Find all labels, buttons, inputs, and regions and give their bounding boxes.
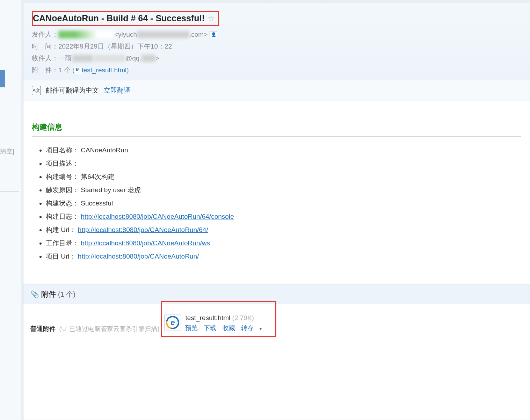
build-item-value: Started by user 老虎 [81,186,141,194]
scan-note: (🛡 已通过电脑管家云查杀引擎扫描) [59,325,161,332]
to-row: 收件人： 一雨 @qq. > [32,52,521,64]
from-name-redacted [58,31,114,38]
translate-bar: A文 邮件可翻译为中文 立即翻译 [23,80,530,101]
chevron-down-icon: ▾ [260,326,262,331]
to-label: 收件人： [32,54,58,63]
build-item-label: 项目名称： [46,146,81,154]
attach-count: 1 个 [58,66,71,75]
file-actions: 预览 下载 收藏 转存 ▾ [185,324,270,332]
build-info-title: 构建信息 [32,122,521,137]
time-label: 时 间： [32,42,58,51]
from-row: 发件人： <yiyuch .com> 👤 [32,29,521,41]
build-item-label: 构建编号： [46,173,81,180]
attachment-title: 附件 [41,289,56,299]
attachment-highlight-box: test_result.html (2.79K) 预览 下载 收藏 转存 ▾ [161,301,276,337]
build-item-link[interactable]: http://localhost:8080/job/CANoeAutoRun/6… [81,213,234,220]
build-list-item: 构建状态： Successful [46,197,521,210]
translate-icon: A文 [32,86,41,95]
build-item-link[interactable]: http://localhost:8080/job/CANoeAutoRun/w… [81,239,210,247]
from-email-post: .com> [189,31,208,38]
time-value: 2022年9月29日（星期四）下午10：22 [58,42,172,51]
from-label: 发件人： [32,30,58,39]
left-sidebar: 清空] [0,0,21,420]
translate-now-link[interactable]: 立即翻译 [104,86,130,95]
sidebar-active-indicator [0,70,5,87]
scan-note-text: 已通过电脑管家云查杀引擎扫描 [69,325,157,332]
to-email-frag: @qq. [125,55,141,62]
attachment-count: (1 个) [58,290,75,299]
attach-paren-close: ) [126,66,129,74]
email-header: CANoeAutoRun - Build # 64 - Successful! … [23,3,530,80]
build-item-link[interactable]: http://localhost:8080/job/CANoeAutoRun/ [78,253,199,260]
to-redacted-2 [94,55,125,62]
transfer-link[interactable]: 转存 ▾ [241,325,266,332]
favorite-link[interactable]: 收藏 [223,325,235,332]
build-list-item: 项目描述： [46,157,521,170]
file-name: test_result.html [185,314,230,321]
paperclip-icon: 📎 [30,290,39,298]
download-link[interactable]: 下载 [204,325,216,332]
build-item-link[interactable]: http://localhost:8080/job/CANoeAutoRun/6… [78,226,208,233]
attach-row: 附 件： 1 个 ( test_result.html ) [32,64,521,80]
to-email-end: > [155,55,159,62]
build-item-value: Successful [81,200,113,207]
preview-link[interactable]: 预览 [185,325,198,332]
time-row: 时 间： 2022年9月29日（星期四）下午10：22 [32,41,521,52]
html-file-icon [164,314,181,331]
attach-file-link[interactable]: test_result.html [81,66,126,74]
build-item-label: 触发原因： [46,186,81,194]
translate-notice: 邮件可翻译为中文 [46,86,99,95]
email-main-panel: CANoeAutoRun - Build # 64 - Successful! … [23,3,530,420]
build-item-value: CANoeAutoRun [81,146,128,154]
build-info-list: 项目名称： CANoeAutoRun项目描述： 构建编号： 第64次构建触发原因… [32,144,521,263]
to-name: 一雨 [58,54,72,63]
build-item-label: 构建状态： [46,200,81,207]
build-list-item: 触发原因： Started by user 老虎 [46,183,521,197]
ie-icon [74,67,81,74]
sidebar-divider [0,191,19,192]
shield-icon: 🛡 [61,325,67,332]
file-info: test_result.html (2.79K) 预览 下载 收藏 转存 ▾ [185,314,270,332]
to-redacted-3 [141,55,155,62]
email-subject-highlight: CANoeAutoRun - Build # 64 - Successful! … [32,11,219,26]
build-item-label: 项目 Url： [46,253,78,260]
attachment-header: 📎 附件 (1 个) [23,284,530,304]
attach-paren-open: ( [71,66,75,74]
to-redacted-1 [72,55,93,62]
normal-attach-label: 普通附件 [30,325,56,332]
build-list-item: 构建 Url： http://localhost:8080/job/CANoeA… [46,223,521,237]
attachment-detail: 普通附件 (🛡 已通过电脑管家云查杀引擎扫描) test_result.html… [23,304,530,344]
build-item-label: 工作目录： [46,239,81,247]
attachment-file-row: test_result.html (2.79K) 预览 下载 收藏 转存 ▾ [164,314,273,332]
build-list-item: 构建日志： http://localhost:8080/job/CANoeAut… [46,210,521,223]
contact-card-icon[interactable]: 👤 [210,31,217,38]
build-item-value: 第64次构建 [81,173,115,180]
sidebar-clear-label[interactable]: 清空] [0,147,14,155]
build-list-item: 项目名称： CANoeAutoRun [46,144,521,157]
star-icon[interactable]: ☆ [208,14,215,23]
build-item-label: 项目描述： [46,160,79,167]
build-item-label: 构建日志： [46,213,81,220]
file-size: (2.79K) [232,314,254,321]
build-list-item: 工作目录： http://localhost:8080/job/CANoeAut… [46,237,521,250]
build-item-label: 构建 Url： [46,226,78,233]
email-body: 构建信息 项目名称： CANoeAutoRun项目描述： 构建编号： 第64次构… [23,101,530,270]
build-list-item: 构建编号： 第64次构建 [46,170,521,183]
from-email-redacted [137,31,189,38]
build-list-item: 项目 Url： http://localhost:8080/job/CANoeA… [46,250,521,263]
from-email-pre: <yiyuch [114,31,137,38]
attach-label: 附 件： [32,66,58,75]
email-subject: CANoeAutoRun - Build # 64 - Successful! [33,13,205,23]
